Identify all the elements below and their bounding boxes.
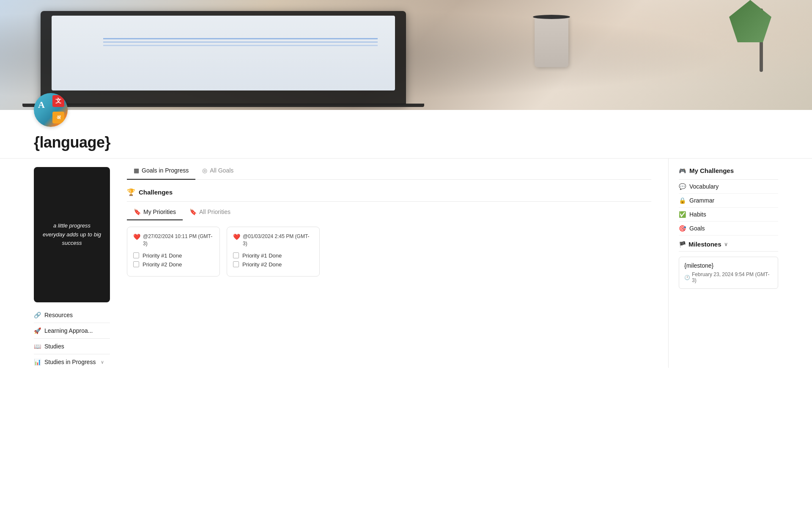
bookmark-icon: 🔖: [134, 208, 141, 215]
laptop-decoration: [41, 11, 406, 104]
priority-sub-tabs: 🔖 My Priorities 🔖 All Priorities: [127, 202, 651, 220]
clock-icon: 🕐: [684, 275, 690, 280]
priority-item: Priority #1 Done: [233, 252, 313, 259]
book-icon: 📖: [34, 343, 41, 350]
sub-tab-label: All Priorities: [199, 208, 230, 215]
right-nav-label: Grammar: [689, 197, 714, 204]
priority-card-date: ❤️ @27/02/2024 10:11 PM (GMT-3): [133, 233, 214, 247]
checkbox-priority-2[interactable]: [133, 261, 139, 267]
link-icon: 🔗: [34, 312, 41, 318]
sub-tab-all-priorities[interactable]: 🔖 All Priorities: [183, 205, 237, 220]
quote-card: a little progress everyday adds up to bi…: [34, 167, 110, 302]
tab-all-goals[interactable]: ◎ All Goals: [195, 162, 240, 180]
right-sidebar: 🎮 My Challenges 💬 Vocabulary 🔒 Grammar ✅…: [668, 159, 778, 368]
right-nav-grammar[interactable]: 🔒 Grammar: [679, 194, 778, 208]
milestone-card: {milestone} 🕐 February 23, 2024 9:54 PM …: [679, 257, 778, 289]
sidebar-item-label: Studies in Progress: [44, 359, 96, 365]
sub-tab-my-priorities[interactable]: 🔖 My Priorities: [127, 205, 183, 220]
heart-icon: ❤️: [233, 233, 240, 241]
center-content: ▦ Goals in Progress ◎ All Goals 🏆 Challe…: [127, 159, 651, 368]
icon-letter-zh: 文: [52, 95, 64, 107]
milestones-header[interactable]: 🏴 Milestones ∨: [679, 236, 778, 252]
checkbox-priority-2[interactable]: [233, 261, 239, 267]
chevron-down-icon: ∨: [101, 359, 104, 365]
tab-label: Goals in Progress: [142, 167, 189, 174]
chevron-down-icon: ∨: [724, 241, 728, 247]
priority-item: Priority #2 Done: [233, 261, 313, 268]
rocket-icon: 🚀: [34, 327, 41, 334]
priority-item: Priority #1 Done: [133, 252, 214, 259]
page-icon: A 文 अ: [34, 93, 68, 127]
chart-icon: 📊: [34, 359, 41, 365]
milestone-title: {milestone}: [684, 262, 773, 269]
checkbox-priority-1[interactable]: [233, 252, 239, 258]
nav-divider: [34, 338, 110, 339]
right-nav-label: Habits: [689, 211, 706, 218]
page-title-section: {language}: [0, 134, 812, 159]
sidebar-item-studies-in-progress[interactable]: 📊 Studies in Progress ∨: [34, 356, 110, 368]
priority-card: ❤️ @01/03/2024 2:45 PM (GMT-3) Priority …: [227, 227, 320, 277]
priority-item-label: Priority #1 Done: [242, 252, 282, 259]
my-challenges-header: 🎮 My Challenges: [679, 164, 778, 180]
priority-item-label: Priority #1 Done: [143, 252, 182, 259]
icon-letter-a: A: [38, 99, 45, 110]
trophy-icon: 🏆: [127, 188, 135, 196]
milestone-date: 🕐 February 23, 2024 9:54 PM (GMT-3): [684, 271, 773, 283]
page-title: {language}: [34, 134, 778, 151]
sidebar-item-label: Resources: [44, 312, 73, 318]
page-icon-wrapper: A 文 अ: [34, 93, 812, 127]
checkmark-icon: ✅: [679, 211, 686, 218]
left-panel: a little progress everyday adds up to bi…: [34, 159, 110, 368]
icon-letter-hi: अ: [52, 112, 64, 123]
sidebar-item-label: Studies: [44, 343, 64, 350]
quote-text: a little progress everyday adds up to bi…: [42, 222, 102, 248]
sidebar-item-resources[interactable]: 🔗 Resources: [34, 309, 110, 321]
checkbox-priority-1[interactable]: [133, 252, 139, 258]
target-icon: 🎯: [679, 225, 686, 232]
sidebar-item-learning-approach[interactable]: 🚀 Learning Approa...: [34, 325, 110, 337]
right-nav-label: Goals: [689, 225, 705, 232]
right-nav-label: Vocabulary: [689, 183, 719, 190]
priority-cards-container: ❤️ @27/02/2024 10:11 PM (GMT-3) Priority…: [127, 227, 651, 277]
priority-card-date: ❤️ @01/03/2024 2:45 PM (GMT-3): [233, 233, 313, 247]
sidebar-item-studies[interactable]: 📖 Studies: [34, 340, 110, 352]
plant-decoration: [721, 0, 771, 76]
date-text: @27/02/2024 10:11 PM (GMT-3): [143, 233, 214, 247]
priority-item-label: Priority #2 Done: [143, 261, 182, 268]
main-layout: a little progress everyday adds up to bi…: [0, 159, 812, 368]
tab-label: All Goals: [210, 167, 233, 174]
speech-icon: 💬: [679, 183, 686, 190]
bookmark-outline-icon: 🔖: [189, 208, 197, 215]
priority-card: ❤️ @27/02/2024 10:11 PM (GMT-3) Priority…: [127, 227, 220, 277]
bar-chart-icon: ▦: [134, 167, 139, 174]
gamepad-icon: 🎮: [679, 167, 686, 174]
challenges-label: Challenges: [139, 189, 173, 196]
priority-item: Priority #2 Done: [133, 261, 214, 268]
date-text: @01/03/2024 2:45 PM (GMT-3): [243, 233, 313, 247]
milestone-date-text: February 23, 2024 9:54 PM (GMT-3): [692, 271, 773, 283]
priority-item-label: Priority #2 Done: [242, 261, 282, 268]
milestones-label: Milestones: [689, 241, 721, 248]
sub-tab-label: My Priorities: [143, 208, 176, 215]
nav-divider: [34, 323, 110, 323]
cup-decoration: [535, 16, 568, 67]
right-nav-goals[interactable]: 🎯 Goals: [679, 222, 778, 236]
heart-icon: ❤️: [133, 233, 140, 241]
lock-icon: 🔒: [679, 197, 686, 204]
challenges-section-header: 🏆 Challenges: [127, 180, 651, 202]
sidebar-item-label: Learning Approa...: [44, 327, 93, 334]
circle-icon: ◎: [202, 167, 207, 174]
left-nav: 🔗 Resources 🚀 Learning Approa... 📖 Studi…: [34, 302, 110, 368]
tab-goals-in-progress[interactable]: ▦ Goals in Progress: [127, 162, 195, 180]
main-tabs: ▦ Goals in Progress ◎ All Goals: [127, 162, 651, 180]
flag-icon: 🏴: [679, 241, 686, 248]
my-challenges-label: My Challenges: [689, 167, 734, 174]
right-nav-habits[interactable]: ✅ Habits: [679, 208, 778, 222]
nav-divider: [34, 354, 110, 354]
right-nav-vocabulary[interactable]: 💬 Vocabulary: [679, 180, 778, 194]
